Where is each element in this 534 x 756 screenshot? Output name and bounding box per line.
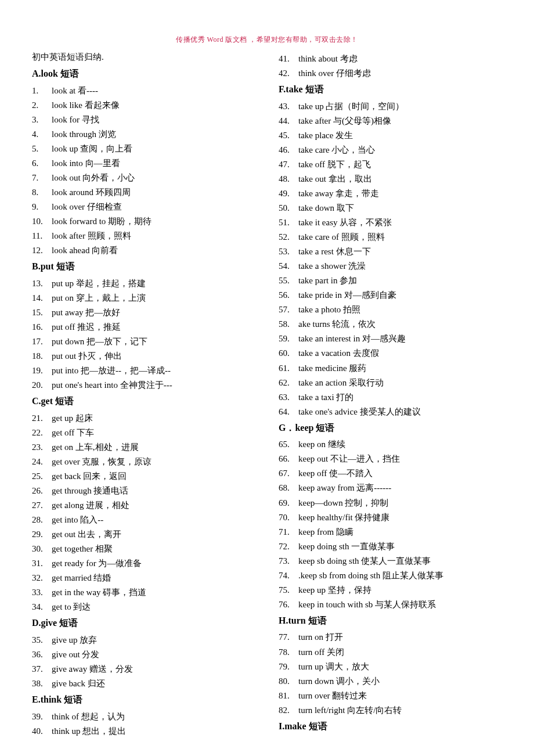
item-number: 50. (279, 201, 298, 215)
item-number: 14. (32, 291, 52, 305)
item-text: put one's heart into 全神贯注于--- (52, 378, 255, 393)
item-number: 10. (32, 214, 52, 229)
item-number: 16. (32, 320, 52, 334)
list-item: 35.give up 放弃 (32, 633, 255, 647)
list-item: 8.look around 环顾四周 (32, 185, 255, 200)
item-text: turn on 打开 (298, 630, 502, 645)
item-number: 38. (32, 676, 52, 691)
item-number: 77. (279, 630, 298, 645)
list-item: 53.take a rest 休息一下 (279, 244, 502, 259)
list-item: 77.turn on 打开 (279, 630, 502, 645)
list-item: 3.look for 寻找 (32, 113, 255, 127)
item-number: 68. (279, 481, 298, 495)
item-number: 58. (279, 317, 298, 332)
list-item: 46.take care 小心，当心 (279, 143, 502, 157)
item-number: 48. (279, 172, 298, 186)
section-title: G．keep 短语 (279, 420, 502, 435)
item-text: take away 拿走，带走 (298, 186, 502, 201)
item-text: take off 脱下，起飞 (298, 157, 502, 172)
list-item: 47.take off 脱下，起飞 (279, 157, 502, 172)
list-item: 12.look ahead 向前看 (32, 243, 255, 258)
item-text: get in the way 碍事，挡道 (52, 585, 255, 600)
item-number: 39. (32, 710, 52, 724)
list-item: 2.look like 看起来像 (32, 98, 255, 113)
item-text: keep out 不让—进入，挡住 (298, 452, 502, 466)
item-text: take pride in 对—感到自豪 (298, 288, 502, 303)
item-text: keep up 坚持，保持 (298, 583, 502, 597)
list-item: 22.get off 下车 (32, 426, 255, 440)
list-item: 34.get to 到达 (32, 600, 255, 614)
item-number: 67. (279, 466, 298, 481)
list-item: 40.think up 想出，提出 (32, 724, 255, 739)
list-item: 7.look out 向外看，小心 (32, 171, 255, 185)
list-item: 55.take part in 参加 (279, 273, 502, 288)
list-item: 70.keep healthy/fit 保持健康 (279, 510, 502, 525)
item-text: give up 放弃 (52, 633, 255, 647)
item-text: take a taxi 打的 (298, 390, 502, 405)
item-number: 26. (32, 484, 52, 498)
list-item: 6.look into 向—里看 (32, 156, 255, 171)
list-item: 62.take an action 采取行动 (279, 376, 502, 390)
item-number: 72. (279, 539, 298, 554)
item-text: keep sb doing sth 使某人一直做某事 (298, 554, 502, 568)
item-number: 64. (279, 405, 298, 419)
list-item: 74..keep sb from doing sth 阻止某人做某事 (279, 568, 502, 583)
item-text: think over 仔细考虑 (298, 66, 502, 81)
item-text: turn up 调大，放大 (298, 660, 502, 674)
item-number: 61. (279, 361, 298, 376)
list-item: 81.turn over 翻转过来 (279, 689, 502, 703)
list-item: 48.take out 拿出，取出 (279, 172, 502, 186)
list-item: 21.get up 起床 (32, 411, 255, 426)
item-text: put off 推迟，推延 (52, 320, 255, 334)
item-text: look over 仔细检查 (52, 200, 255, 214)
section-title: H.turn 短语 (279, 613, 502, 628)
list-item: 80.turn down 调小，关小 (279, 674, 502, 689)
item-number: 6. (32, 156, 52, 171)
item-number: 31. (32, 556, 52, 571)
item-number: 75. (279, 583, 298, 597)
item-text: give away 赠送，分发 (52, 662, 255, 676)
item-number: 59. (279, 332, 298, 346)
list-item: 5.look up 查阅，向上看 (32, 142, 255, 156)
list-item: 51.take it easy 从容，不紧张 (279, 215, 502, 230)
document-title: 初中英语短语归纳. (32, 52, 255, 63)
item-number: 79. (279, 660, 298, 674)
item-number: 28. (32, 513, 52, 527)
item-text: look around 环顾四周 (52, 185, 255, 200)
item-number: 36. (32, 647, 52, 662)
list-item: 65.keep on 继续 (279, 437, 502, 452)
item-number: 5. (32, 142, 52, 156)
item-number: 40. (32, 724, 52, 739)
item-number: 54. (279, 259, 298, 273)
item-number: 3. (32, 113, 52, 127)
item-text: put out 扑灭，伸出 (52, 349, 255, 363)
item-text: look up 查阅，向上看 (52, 142, 255, 156)
section-title: A.look 短语 (32, 66, 255, 81)
list-item: 59.take an interest in 对—感兴趣 (279, 332, 502, 346)
item-text: keep on 继续 (298, 437, 502, 452)
list-item: 79.turn up 调大，放大 (279, 660, 502, 674)
item-text: get along 进展，相处 (52, 498, 255, 513)
item-number: 18. (32, 349, 52, 363)
item-text: look through 浏览 (52, 127, 255, 142)
list-item: 64.take one's advice 接受某人的建议 (279, 405, 502, 419)
list-item: 49.take away 拿走，带走 (279, 186, 502, 201)
item-text: get into 陷入-- (52, 513, 255, 527)
item-text: put into 把—放进--，把—译成-- (52, 363, 255, 378)
item-number: 71. (279, 525, 298, 539)
list-item: 63.take a taxi 打的 (279, 390, 502, 405)
item-number: 47. (279, 157, 298, 172)
list-item: 33.get in the way 碍事，挡道 (32, 585, 255, 600)
item-text: get ready for 为—做准备 (52, 556, 255, 571)
item-number: 11. (32, 229, 52, 243)
list-item: 11.look after 照顾，照料 (32, 229, 255, 243)
list-item: 54.take a shower 洗澡 (279, 259, 502, 273)
item-text: get off 下车 (52, 426, 255, 440)
item-text: take after 与(父母等)相像 (298, 114, 502, 128)
list-item: 4.look through 浏览 (32, 127, 255, 142)
item-text: turn over 翻转过来 (298, 689, 502, 703)
item-number: 7. (32, 171, 52, 185)
item-text: get out 出去，离开 (52, 527, 255, 542)
item-text: take place 发生 (298, 128, 502, 143)
item-number: 78. (279, 645, 298, 660)
